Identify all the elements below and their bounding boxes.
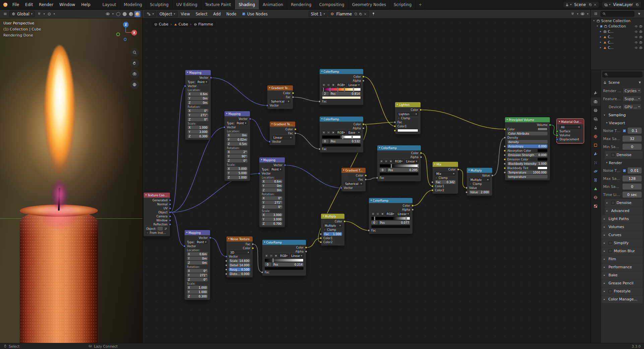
prop-select-render-engine[interactable]: Cycles▾: [623, 88, 642, 94]
node-lighten[interactable]: ▾LightenColorLighten▾ClampFacColor1: [395, 102, 421, 134]
node-noise[interactable]: ▾Noise TextureFacColor3D▾VectorScale14.6…: [226, 236, 253, 278]
colorramp-interpolation-select[interactable]: Ease▾: [347, 131, 361, 134]
node-enum-select[interactable]: All▾: [560, 125, 581, 129]
outliner-search-input[interactable]: [600, 11, 634, 17]
node-socket[interactable]: [209, 237, 211, 239]
prop-field-noise-threshold[interactable]: 0.01: [628, 167, 642, 173]
node-socket[interactable]: [457, 168, 459, 171]
properties-tab-world[interactable]: [591, 132, 600, 141]
panel-section-advanced[interactable]: ▸Advanced: [605, 207, 643, 215]
node-enum-select[interactable]: 3D▾: [229, 251, 250, 254]
node-socket[interactable]: [223, 126, 226, 129]
colorramp-stop-marker[interactable]: [342, 135, 343, 139]
node-header[interactable]: ▾Mapping: [185, 230, 210, 235]
node-socket[interactable]: [318, 100, 321, 103]
workspace-tab-modeling[interactable]: Modeling: [120, 0, 146, 9]
properties-tab-texture[interactable]: [591, 202, 600, 210]
node-header[interactable]: ▾Principled Volume: [505, 117, 550, 122]
node-socket[interactable]: [320, 237, 322, 239]
properties-search-input[interactable]: [602, 72, 642, 77]
node-checkbox[interactable]: [397, 117, 400, 120]
colorramp-pos-field[interactable]: Pos0.814: [330, 92, 361, 95]
panel-section-grease-pencil[interactable]: ▸Grease Pencil: [602, 279, 643, 287]
node-number-field[interactable]: Roughness0.500: [229, 268, 250, 271]
node-number-field[interactable]: Z0°: [188, 118, 208, 121]
node-cr1[interactable]: ▾ColorRampColorAlpha+−▾RGB▾Linear▾2Pos0.…: [319, 69, 364, 105]
workspace-tab-texture-paint[interactable]: Texture Paint: [201, 0, 235, 9]
node-socket[interactable]: [365, 174, 367, 177]
node-enum-select[interactable]: Lighten▾: [397, 112, 418, 116]
colorramp-tool-button-0[interactable]: +: [265, 254, 268, 258]
node-number-field[interactable]: Temperature1000.000: [507, 170, 548, 174]
properties-tab-physics[interactable]: [591, 167, 600, 176]
colorramp-interpolation-select[interactable]: Linear▾: [405, 159, 418, 163]
prop-select-device[interactable]: GPU Compute▾: [623, 104, 642, 110]
node-number-field[interactable]: Z0.700: [262, 222, 282, 225]
snap-toggle[interactable]: [36, 11, 43, 17]
properties-tab-modifiers[interactable]: [591, 150, 600, 158]
node-snap-caret[interactable]: ▾: [577, 13, 578, 15]
colorramp-stop-color[interactable]: [371, 225, 410, 228]
node-number-field[interactable]: X5.000: [227, 167, 248, 170]
node-socket[interactable]: [362, 123, 365, 126]
colorramp-stop-marker[interactable]: [374, 216, 375, 221]
colorramp-index-field[interactable]: 0: [380, 168, 386, 172]
colorramp-tool-button-1[interactable]: −: [376, 212, 380, 216]
workspace-add-button[interactable]: +: [415, 0, 425, 9]
workspace-tab-animation[interactable]: Animation: [259, 0, 287, 9]
node-socket[interactable]: [504, 154, 506, 156]
pan-hand-button[interactable]: [130, 59, 139, 68]
blender-logo-icon[interactable]: [3, 2, 8, 7]
node-socket[interactable]: [504, 137, 506, 139]
node-socket[interactable]: [294, 128, 297, 131]
node-menu-select[interactable]: Select: [193, 10, 210, 18]
prop-checkbox-noise-threshold[interactable]: [623, 129, 626, 133]
node-number-field[interactable]: Y0m: [188, 96, 208, 100]
node-socket[interactable]: [504, 145, 506, 147]
material-browser[interactable]: Flamme: [328, 11, 369, 17]
colorramp-tool-button-1[interactable]: −: [327, 131, 330, 134]
colorramp-mode-select[interactable]: RGB▾: [385, 212, 395, 216]
node-socket[interactable]: [362, 80, 365, 82]
node-socket[interactable]: [268, 141, 271, 143]
menu-file[interactable]: File: [9, 0, 22, 9]
node-number-field[interactable]: Z0°: [187, 278, 208, 281]
properties-tab-particles[interactable]: [591, 158, 600, 167]
outliner-row-collection[interactable]: ▾Collection: [591, 23, 644, 29]
properties-tab-scene[interactable]: [591, 124, 600, 132]
colorramp-index-field[interactable]: 0: [265, 263, 271, 266]
colorramp-stop-color[interactable]: [380, 172, 418, 176]
gizmo-z-neg-axis[interactable]: [124, 38, 127, 41]
node-header[interactable]: ▾ColorRamp: [262, 240, 306, 245]
prop-field-max-samples[interactable]: 128: [623, 176, 642, 182]
node-number-field[interactable]: Z0°: [227, 159, 248, 162]
prop-field-time-limit[interactable]: 0 sec: [623, 192, 642, 198]
node-socket[interactable]: [225, 260, 228, 262]
shader-type-select[interactable]: Object▾: [157, 11, 177, 17]
node-grad2[interactable]: ▾Gradient TextureColorFacLinear▾Vector: [269, 121, 296, 145]
colorramp-pos-field[interactable]: Pos0.532: [330, 139, 361, 143]
panel-section-denoise[interactable]: ▸Denoise: [605, 151, 643, 159]
gizmo-z-axis[interactable]: Z: [123, 22, 129, 27]
node-number-field[interactable]: Emission Strength0.000: [507, 153, 548, 157]
node-socket[interactable]: [504, 171, 506, 173]
panel-subsection-render[interactable]: ▾Render: [601, 159, 644, 166]
panel-section-bake[interactable]: ▸Bake: [602, 271, 643, 279]
node-number-field[interactable]: Z0.300: [188, 134, 208, 138]
node-socket[interactable]: [362, 127, 365, 130]
node-mix[interactable]: ▾MixColorMix▾ClampFac0.342Color1Color2: [432, 161, 458, 194]
workspace-tab-shading[interactable]: Shading: [235, 0, 259, 9]
node-overlays-toggle[interactable]: [579, 11, 586, 17]
node-socket[interactable]: [420, 156, 422, 158]
colorramp-tool-button-2[interactable]: ▾: [389, 159, 393, 163]
node-enum-select[interactable]: Linear▾: [272, 136, 293, 139]
node-socket[interactable]: [169, 215, 171, 218]
node-number-field[interactable]: Y271°: [188, 113, 208, 117]
node-socket[interactable]: [266, 104, 268, 107]
node-socket[interactable]: [368, 229, 370, 232]
menu-edit[interactable]: Edit: [22, 0, 36, 9]
node-socket[interactable]: [343, 220, 346, 223]
node-socket[interactable]: [431, 185, 434, 188]
node-header[interactable]: ▾Mix: [433, 162, 458, 167]
node-socket[interactable]: [556, 138, 558, 141]
